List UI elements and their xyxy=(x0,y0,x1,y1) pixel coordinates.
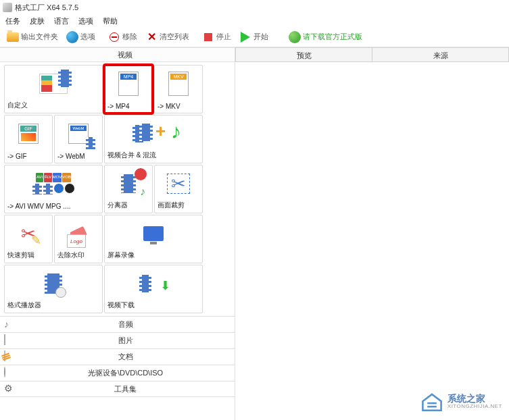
remove-icon xyxy=(108,31,120,43)
menu-task[interactable]: 任务 xyxy=(5,16,20,26)
menubar: 任务 皮肤 语言 选项 帮助 xyxy=(0,15,509,27)
app-icon xyxy=(3,3,12,12)
tile-mp4-label: -> MP4 xyxy=(107,103,149,110)
category-tools-label: 工具集 xyxy=(20,384,231,394)
tile-webm-label: -> WebM xyxy=(57,153,99,160)
tile-custom-label: 自定义 xyxy=(7,101,99,110)
left-panel: 视频 自定义 -> MP4 -> MKV -> GIF -> xyxy=(0,47,235,420)
category-audio[interactable]: ♪ 音频 xyxy=(0,316,235,332)
document-icon xyxy=(4,351,16,363)
crop-icon: ✂ xyxy=(164,169,193,198)
tile-webm[interactable]: -> WebM xyxy=(54,115,103,163)
watermark-sub: XITONGZHIJIA.NET xyxy=(447,404,502,410)
video-section-header[interactable]: 视频 xyxy=(0,47,235,62)
tile-crop-label: 画面裁剪 xyxy=(157,201,199,210)
svg-rect-0 xyxy=(427,402,437,404)
splitter-icon: ♪ xyxy=(114,169,143,198)
category-document[interactable]: 文档 xyxy=(0,348,235,365)
menu-skin[interactable]: 皮肤 xyxy=(30,16,45,26)
video-section-icon xyxy=(4,49,15,60)
remove-label: 移除 xyxy=(122,32,137,42)
output-folder-label: 输出文件夹 xyxy=(21,32,58,42)
menu-help[interactable]: 帮助 xyxy=(103,16,118,26)
stop-label: 停止 xyxy=(216,32,231,42)
stop-button[interactable]: 停止 xyxy=(199,30,234,45)
watermark-icon xyxy=(420,392,443,412)
right-panel: 预览 来源 xyxy=(235,47,509,420)
tile-avi-label: -> AVI WMV MPG .... xyxy=(7,203,99,210)
webm-icon xyxy=(64,120,93,148)
download-icon xyxy=(139,269,168,298)
tile-crop[interactable]: ✂ 画面裁剪 xyxy=(154,165,203,213)
tile-splitter-label: 分离器 xyxy=(107,201,149,210)
tile-download[interactable]: 视频下载 xyxy=(104,265,203,313)
window-title: 格式工厂 X64 5.7.5 xyxy=(15,3,78,13)
category-disc-label: 光驱设备\DVD\CD\ISO xyxy=(20,368,231,378)
tab-source[interactable]: 来源 xyxy=(372,47,509,61)
play-icon xyxy=(239,31,251,43)
menu-options[interactable]: 选项 xyxy=(78,16,93,26)
tile-merge[interactable]: + 视频合并 & 混流 xyxy=(104,115,203,163)
tile-quickcut-label: 快速剪辑 xyxy=(7,251,49,260)
start-button[interactable]: 开始 xyxy=(237,30,271,45)
download-official-button[interactable]: 请下载官方正式版 xyxy=(286,30,365,45)
options-label: 选项 xyxy=(80,32,95,42)
globe-icon xyxy=(66,31,78,43)
merge-icon: + xyxy=(130,120,177,148)
tools-icon: ⚙ xyxy=(4,383,16,395)
tile-mp4[interactable]: -> MP4 xyxy=(104,65,153,113)
tile-mkv-label: -> MKV xyxy=(157,103,199,110)
download-official-label: 请下载官方正式版 xyxy=(303,32,362,42)
category-audio-label: 音频 xyxy=(20,319,231,330)
clear-list-button[interactable]: ✕ 清空列表 xyxy=(143,30,192,45)
svg-rect-1 xyxy=(427,406,437,408)
video-section-label: 视频 xyxy=(19,50,231,60)
mkv-icon xyxy=(164,70,193,98)
options-button[interactable]: 选项 xyxy=(64,30,98,45)
toolbar: 输出文件夹 选项 移除 ✕ 清空列表 停止 开始 请下载官方正式版 xyxy=(0,27,509,47)
custom-icon xyxy=(39,70,68,98)
tile-player-label: 格式播放器 xyxy=(7,300,99,310)
audio-icon: ♪ xyxy=(4,319,16,331)
remove-button[interactable]: 移除 xyxy=(105,30,140,45)
disc-icon xyxy=(4,367,16,379)
tile-mkv[interactable]: -> MKV xyxy=(154,65,203,113)
right-content xyxy=(235,62,509,420)
start-label: 开始 xyxy=(253,32,268,42)
tile-custom[interactable]: 自定义 xyxy=(4,65,103,113)
tile-merge-label: 视频合并 & 混流 xyxy=(107,151,199,160)
avi-icon: AVI FLV MOV VOB xyxy=(33,169,74,198)
category-picture[interactable]: 图片 xyxy=(0,332,235,348)
tile-gif-label: -> GIF xyxy=(7,153,49,160)
watermark: 系统之家 XITONGZHIJIA.NET xyxy=(420,392,502,412)
watermark-main: 系统之家 xyxy=(447,394,502,404)
tile-avi[interactable]: AVI FLV MOV VOB -> AVI WMV MPG .... xyxy=(4,165,103,213)
tile-quickcut[interactable]: ✂✎ 快速剪辑 xyxy=(4,215,53,263)
quickcut-icon: ✂✎ xyxy=(14,219,43,248)
folder-icon xyxy=(7,31,19,43)
category-tools[interactable]: ⚙ 工具集 xyxy=(0,381,235,397)
tile-player[interactable]: 格式播放器 xyxy=(4,265,103,313)
category-picture-label: 图片 xyxy=(20,336,231,346)
stop-icon xyxy=(202,31,214,43)
tile-download-label: 视频下载 xyxy=(107,300,199,310)
mp4-icon xyxy=(114,70,143,98)
tab-preview[interactable]: 预览 xyxy=(235,47,372,61)
gif-icon xyxy=(14,120,43,148)
tile-remove-wm-label: 去除水印 xyxy=(57,251,99,260)
tile-screenrec-label: 屏幕录像 xyxy=(107,251,199,260)
tile-remove-watermark[interactable]: Logo 去除水印 xyxy=(54,215,103,263)
picture-icon xyxy=(4,335,16,347)
remove-wm-icon: Logo xyxy=(64,219,93,248)
video-tiles-grid: 自定义 -> MP4 -> MKV -> GIF -> WebM xyxy=(0,62,235,316)
clear-icon: ✕ xyxy=(145,31,157,43)
category-document-label: 文档 xyxy=(20,352,231,362)
clear-list-label: 清空列表 xyxy=(160,32,189,42)
output-folder-button[interactable]: 输出文件夹 xyxy=(4,30,61,45)
menu-language[interactable]: 语言 xyxy=(54,16,69,26)
tile-splitter[interactable]: ♪ 分离器 xyxy=(104,165,153,213)
tile-gif[interactable]: -> GIF xyxy=(4,115,53,163)
tile-screenrec[interactable]: 屏幕录像 xyxy=(104,215,203,263)
category-disc[interactable]: 光驱设备\DVD\CD\ISO xyxy=(0,365,235,381)
player-icon xyxy=(39,269,68,298)
